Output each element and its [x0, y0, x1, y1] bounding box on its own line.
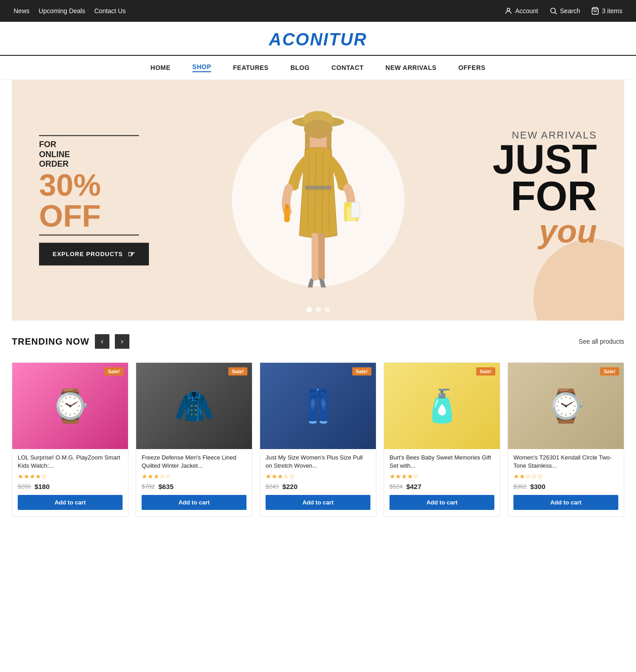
price-old-2: $782: [142, 483, 155, 490]
hero-you-label: you: [493, 215, 597, 247]
nav-contact[interactable]: CONTACT: [331, 64, 364, 71]
nav-upcoming-deals[interactable]: Upcoming Deals: [39, 7, 85, 15]
product-stars-4: ★★★★☆: [389, 473, 494, 480]
hero-banner: FOR ONLINE ORDER 30% OFF EXPLORE PRODUCT…: [12, 80, 624, 321]
product-grid: Sale! ⌚ LOL Surprise! O.M.G. PlayZoom Sm…: [0, 362, 636, 530]
price-new-1: $180: [35, 483, 49, 490]
product-stars-3: ★★★☆☆: [266, 473, 370, 480]
carousel-dot-3[interactable]: [325, 307, 330, 312]
product-emoji-2: 🧥: [174, 387, 214, 425]
hero-discount: 30% OFF: [39, 169, 101, 231]
explore-products-button[interactable]: EXPLORE PRODUCTS ☞: [39, 242, 149, 265]
trending-left: TRENDING NOW ‹ ›: [12, 334, 129, 349]
sale-badge-2: Sale!: [228, 367, 247, 376]
product-stars-5: ★★☆☆☆: [513, 473, 618, 480]
top-bar: News Upcoming Deals Contact Us Account S…: [0, 0, 636, 22]
product-info-2: Freeze Defense Men's Fleece Lined Quilte…: [136, 449, 252, 516]
chevron-left-icon: ‹: [101, 337, 103, 346]
site-logo[interactable]: ACONITUR: [269, 30, 367, 49]
nav-contact-us[interactable]: Contact Us: [94, 7, 126, 15]
top-bar-links: News Upcoming Deals Contact Us: [14, 7, 126, 15]
price-old-4: $524: [389, 483, 403, 490]
sale-badge-4: Sale!: [476, 367, 495, 376]
nav-new-arrivals[interactable]: NEW ARRIVALS: [385, 64, 437, 71]
add-to-cart-button-2[interactable]: Add to cart: [142, 495, 247, 510]
product-card-2[interactable]: Sale! 🧥 Freeze Defense Men's Fleece Line…: [136, 362, 252, 517]
price-new-4: $427: [406, 483, 421, 490]
product-name-4: Burt's Bees Baby Sweet Memories Gift Set…: [389, 454, 494, 470]
search-icon: [549, 7, 557, 15]
nav-blog[interactable]: BLOG: [291, 64, 310, 71]
search-button[interactable]: Search: [549, 7, 580, 15]
trending-next-button[interactable]: ›: [115, 334, 129, 349]
trending-title: TRENDING NOW: [12, 336, 89, 347]
carousel-dot-2[interactable]: [316, 307, 321, 312]
svg-rect-21: [318, 233, 325, 280]
product-prices-3: $243 $220: [266, 483, 370, 490]
product-prices-4: $524 $427: [389, 483, 494, 490]
price-new-2: $635: [158, 483, 173, 490]
price-new-5: $300: [530, 483, 545, 490]
product-card-4[interactable]: Sale! 🧴 Burt's Bees Baby Sweet Memories …: [384, 362, 500, 517]
nav-home[interactable]: HOME: [151, 64, 171, 71]
product-stars-1: ★★★★☆: [18, 473, 123, 480]
product-info-4: Burt's Bees Baby Sweet Memories Gift Set…: [384, 449, 500, 516]
price-old-3: $243: [266, 483, 279, 490]
hero-left-content: FOR ONLINE ORDER 30% OFF EXPLORE PRODUCT…: [39, 135, 149, 266]
trending-header: TRENDING NOW ‹ › See all products: [12, 334, 624, 349]
svg-point-0: [507, 8, 510, 11]
nav-features[interactable]: FEATURES: [233, 64, 268, 71]
top-bar-actions: Account Search 3 items: [504, 7, 622, 15]
sale-badge-5: Sale!: [600, 367, 619, 376]
add-to-cart-button-1[interactable]: Add to cart: [18, 495, 123, 510]
product-image-3: Sale! 👖: [260, 363, 376, 449]
cart-icon: [591, 7, 599, 15]
product-card-3[interactable]: Sale! 👖 Just My Size Women's Plus Size P…: [260, 362, 376, 517]
product-emoji-5: ⌚: [546, 387, 586, 425]
product-name-5: Women's T26301 Kendall Circle Two-Tone S…: [513, 454, 618, 470]
hand-icon: ☞: [128, 249, 135, 259]
trending-prev-button[interactable]: ‹: [95, 334, 109, 349]
carousel-dot-1[interactable]: [306, 307, 312, 312]
trending-section: TRENDING NOW ‹ › See all products: [0, 321, 636, 362]
nav-offers[interactable]: OFFERS: [459, 64, 486, 71]
cart-button[interactable]: 3 items: [591, 7, 622, 15]
svg-line-2: [555, 12, 557, 14]
product-emoji-3: 👖: [298, 387, 338, 425]
product-emoji-1: ⌚: [50, 387, 90, 425]
hero-just-label: JUST: [493, 141, 597, 178]
account-button[interactable]: Account: [504, 7, 538, 15]
product-image-5: Sale! ⌚: [508, 363, 624, 449]
product-name-2: Freeze Defense Men's Fleece Lined Quilte…: [142, 454, 247, 470]
product-image-1: Sale! ⌚: [12, 363, 128, 449]
product-name-3: Just My Size Women's Plus Size Pull on S…: [266, 454, 370, 470]
svg-rect-14: [305, 186, 331, 189]
product-prices-5: $362 $300: [513, 483, 618, 490]
product-card-5[interactable]: Sale! ⌚ Women's T26301 Kendall Circle Tw…: [508, 362, 624, 517]
sale-badge-3: Sale!: [352, 367, 371, 376]
product-prices-2: $782 $635: [142, 483, 247, 490]
hero-model: [246, 84, 391, 321]
hero-carousel-dots: [306, 307, 330, 312]
site-header: ACONITUR: [0, 22, 636, 56]
nav-news[interactable]: News: [14, 7, 30, 15]
product-image-2: Sale! 🧥: [136, 363, 252, 449]
product-stars-2: ★★★☆☆: [142, 473, 247, 480]
hero-deco-circle: [533, 239, 624, 321]
price-new-3: $220: [282, 483, 297, 490]
add-to-cart-button-5[interactable]: Add to cart: [513, 495, 618, 510]
nav-shop[interactable]: SHOP: [192, 63, 212, 72]
svg-rect-17: [351, 203, 360, 217]
product-card-1[interactable]: Sale! ⌚ LOL Surprise! O.M.G. PlayZoom Sm…: [12, 362, 128, 517]
product-prices-1: $200 $180: [18, 483, 123, 490]
see-all-products-link[interactable]: See all products: [579, 338, 624, 345]
product-image-4: Sale! 🧴: [384, 363, 500, 449]
svg-rect-19: [285, 204, 289, 209]
chevron-right-icon: ›: [121, 337, 123, 346]
svg-rect-18: [284, 207, 290, 222]
product-info-5: Women's T26301 Kendall Circle Two-Tone S…: [508, 449, 624, 516]
product-emoji-4: 🧴: [422, 387, 462, 425]
add-to-cart-button-3[interactable]: Add to cart: [266, 495, 370, 510]
add-to-cart-button-4[interactable]: Add to cart: [389, 495, 494, 510]
hero-right-content: NEW ARRIVALS JUST FOR you: [493, 129, 597, 247]
